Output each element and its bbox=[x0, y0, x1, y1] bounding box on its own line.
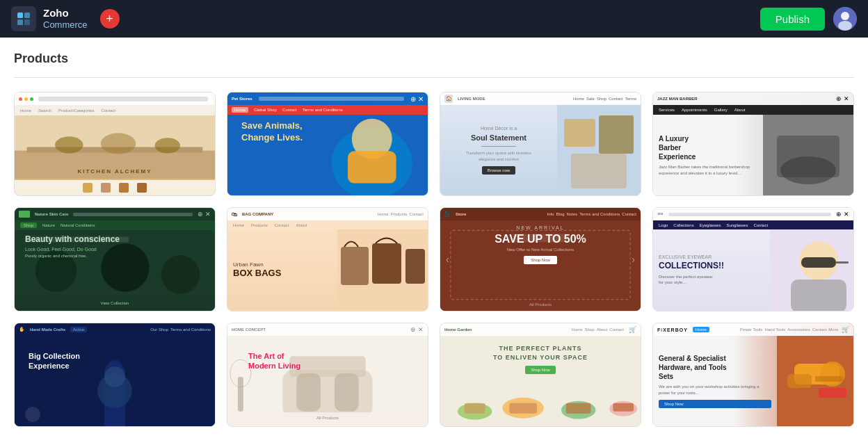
card-chrome: ⬛ Store Info Blog Notes Terms and Condit… bbox=[440, 208, 641, 220]
app-header: Zoho Commerce + Publish bbox=[0, 0, 868, 38]
svg-rect-38 bbox=[801, 257, 836, 268]
svg-rect-19 bbox=[599, 115, 634, 154]
header-left: Zoho Commerce + bbox=[11, 6, 120, 31]
svg-rect-30 bbox=[341, 247, 369, 285]
card-chrome: Pet Stores ⊕ ✕ bbox=[227, 92, 428, 105]
svg-rect-31 bbox=[372, 243, 401, 284]
svg-rect-55 bbox=[509, 403, 537, 414]
template-card[interactable]: FIXERBOY Home Power Tools Hand Tools Acc… bbox=[652, 323, 854, 427]
logo-icon bbox=[11, 6, 36, 31]
template-card[interactable]: Home Search Product/Categories Contact bbox=[14, 92, 216, 196]
svg-point-27 bbox=[161, 255, 200, 294]
svg-rect-49 bbox=[238, 377, 243, 412]
svg-point-10 bbox=[55, 136, 83, 153]
svg-point-23 bbox=[780, 156, 836, 184]
card-chrome: 👓 ⊕ ✕ bbox=[653, 208, 853, 220]
svg-rect-16 bbox=[348, 151, 396, 183]
divider bbox=[14, 77, 854, 78]
card-headline: Save Animals,Change Lives. bbox=[241, 120, 303, 144]
add-button[interactable]: + bbox=[100, 9, 120, 29]
svg-rect-3 bbox=[24, 19, 30, 25]
card-chrome: HOME CONCEPT ⊕ ✕ bbox=[227, 323, 428, 336]
svg-point-12 bbox=[155, 138, 180, 153]
svg-rect-59 bbox=[613, 403, 634, 412]
svg-rect-20 bbox=[571, 154, 627, 188]
svg-rect-45 bbox=[282, 370, 372, 419]
template-card[interactable]: JAZZ MAN BARBER ⊕ ✕ Services Appointment… bbox=[652, 92, 854, 196]
template-card[interactable]: 👓 ⊕ ✕ Logo Collections Eyeglasses Sungla… bbox=[652, 207, 854, 312]
svg-rect-57 bbox=[566, 403, 591, 414]
page-title: Products bbox=[14, 51, 854, 66]
template-card[interactable]: ✋ Hand Made Crafts Active Our Shop Terms… bbox=[14, 323, 216, 427]
svg-point-62 bbox=[820, 362, 845, 387]
card-chrome: Nature Skin Care ⊕ ✕ bbox=[15, 208, 215, 220]
card-footer: View Collection bbox=[15, 296, 215, 311]
card-chrome: JAZZ MAN BARBER ⊕ ✕ bbox=[653, 92, 853, 105]
template-grid: Home Search Product/Categories Contact bbox=[14, 92, 854, 427]
template-card[interactable]: ⬛ Store Info Blog Notes Terms and Condit… bbox=[440, 207, 641, 312]
svg-rect-65 bbox=[819, 388, 846, 398]
svg-point-11 bbox=[101, 133, 136, 154]
svg-point-5 bbox=[841, 12, 849, 20]
template-card[interactable]: 🛍 BAG COMPANY Home Products Contact Home… bbox=[227, 207, 428, 312]
svg-rect-47 bbox=[296, 373, 321, 412]
card-chrome: FIXERBOY Home Power Tools Hand Tools Acc… bbox=[653, 323, 853, 336]
header-right: Publish bbox=[760, 7, 857, 31]
card-chrome: 🛍 BAG COMPANY Home Products Contact bbox=[227, 208, 428, 220]
template-card[interactable]: Nature Skin Care ⊕ ✕ Shop Nature Natural… bbox=[14, 207, 216, 312]
card-chrome: Home Garden Home Shop About Contact 🛒 bbox=[440, 323, 641, 336]
template-card[interactable]: 🏠 LIVING MODE Home Sale Shop Contact Ter… bbox=[440, 92, 641, 196]
svg-rect-48 bbox=[335, 373, 359, 412]
template-card[interactable]: Pet Stores ⊕ ✕ Home Global Shop Contact … bbox=[227, 92, 428, 196]
svg-point-43 bbox=[104, 366, 125, 387]
card-headline: KITCHEN ALCHEMY bbox=[77, 168, 152, 175]
svg-rect-18 bbox=[564, 119, 595, 147]
svg-point-6 bbox=[838, 21, 852, 31]
svg-rect-63 bbox=[787, 374, 812, 388]
svg-rect-40 bbox=[791, 280, 846, 311]
card-chrome: ✋ Hand Made Crafts Active Our Shop Terms… bbox=[15, 323, 215, 336]
avatar[interactable] bbox=[833, 7, 857, 31]
svg-rect-1 bbox=[24, 13, 30, 18]
publish-button[interactable]: Publish bbox=[760, 8, 825, 31]
logo-text-block: Zoho Commerce bbox=[43, 8, 88, 30]
card-headline: Big CollectionExperience bbox=[29, 351, 80, 371]
card-headline: The Art ofModern Living bbox=[248, 351, 300, 371]
svg-rect-0 bbox=[17, 13, 23, 18]
template-card[interactable]: Home Garden Home Shop About Contact 🛒 bbox=[440, 323, 641, 427]
svg-rect-46 bbox=[289, 356, 365, 377]
svg-rect-2 bbox=[17, 19, 23, 25]
svg-rect-53 bbox=[465, 403, 485, 414]
logo-product: Commerce bbox=[43, 19, 88, 30]
template-card[interactable]: HOME CONCEPT ⊕ ✕ bbox=[227, 323, 428, 427]
card-bottom-bar bbox=[15, 180, 215, 195]
svg-rect-39 bbox=[836, 261, 849, 264]
card-chrome: 🏠 LIVING MODE Home Sale Shop Contact Ter… bbox=[440, 92, 641, 105]
logo-name: Zoho bbox=[43, 8, 88, 19]
svg-rect-32 bbox=[405, 249, 425, 284]
card-chrome bbox=[15, 92, 215, 105]
main-content: Products Home Search Product/Categories … bbox=[0, 38, 868, 445]
svg-rect-64 bbox=[815, 376, 843, 382]
